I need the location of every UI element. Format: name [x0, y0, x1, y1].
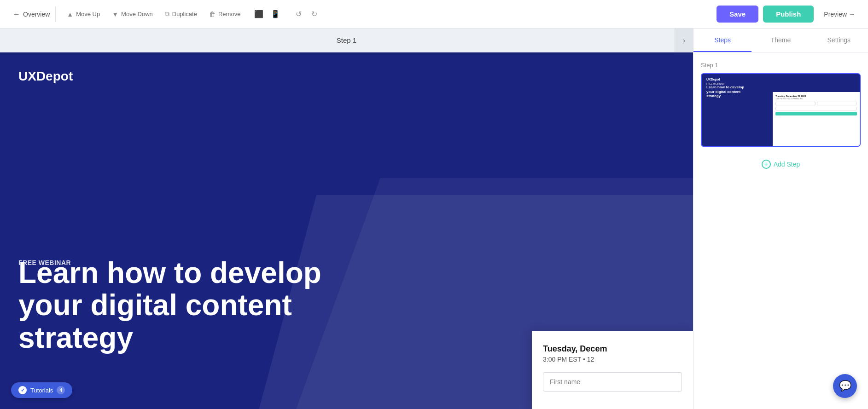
move-down-button[interactable]: ▼ Move Down: [106, 8, 158, 21]
tab-theme[interactable]: Theme: [751, 29, 810, 52]
tutorials-badge[interactable]: ✓ Tutorials 4: [11, 382, 72, 398]
thumb-title-text: Learn how to develop your digital conten…: [706, 85, 752, 98]
toolbar: ← Overview ▲ Move Up ▼ Move Down ⧉ Dupli…: [0, 0, 868, 29]
toolbar-right: Save Publish Preview →: [717, 6, 861, 23]
chat-icon: 💬: [839, 380, 851, 392]
redo-button[interactable]: ↻: [308, 8, 320, 21]
event-date: Tuesday, Decem: [543, 344, 682, 354]
sidebar-step-label: Step 1: [701, 62, 861, 69]
move-down-label: Move Down: [121, 11, 153, 17]
overview-label: Overview: [23, 11, 50, 18]
add-step-button[interactable]: + Add Step: [701, 152, 861, 176]
undo-button[interactable]: ↺: [292, 8, 305, 21]
duplicate-label: Duplicate: [172, 11, 197, 17]
right-sidebar: Steps Theme Settings Step 1 UXDepot FREE…: [693, 29, 868, 409]
tutorials-count-badge: 4: [57, 386, 65, 394]
event-time: 3:00 PM EST • 12: [543, 356, 682, 363]
duplicate-button[interactable]: ⧉ Duplicate: [159, 7, 203, 21]
move-up-icon: ▲: [67, 11, 73, 18]
first-name-input[interactable]: [543, 372, 682, 392]
step-bar-title: Step 1: [337, 36, 356, 44]
move-up-button[interactable]: ▲ Move Up: [61, 8, 105, 21]
thumb-input-firstname: [775, 102, 816, 105]
tab-settings[interactable]: Settings: [810, 29, 868, 52]
thumb-brand-label: UXDepot: [706, 78, 720, 81]
headline-line1: Learn how to develop: [18, 256, 321, 289]
back-arrow-icon: ←: [13, 10, 20, 18]
move-down-icon: ▼: [112, 11, 118, 18]
tab-steps[interactable]: Steps: [693, 29, 751, 52]
trash-icon: 🗑: [209, 11, 216, 18]
step-1-thumbnail[interactable]: UXDepot FREE WEBINAR Learn how to develo…: [701, 73, 861, 147]
toolbar-actions: ▲ Move Up ▼ Move Down ⧉ Duplicate 🗑 Remo…: [61, 7, 715, 21]
thumb-input-lastname: [817, 102, 857, 105]
remove-button[interactable]: 🗑 Remove: [204, 8, 246, 21]
preview-link[interactable]: Preview →: [818, 7, 861, 22]
history-controls: ↺ ↻: [292, 8, 320, 21]
overview-back-link[interactable]: ← Overview: [7, 6, 56, 22]
step-bar: Step 1 ›: [0, 29, 693, 52]
thumb-input-row-2: [775, 107, 857, 110]
thumbnail-inner: UXDepot FREE WEBINAR Learn how to develo…: [702, 74, 860, 146]
add-step-label: Add Step: [774, 161, 800, 168]
thumb-input-row-1: [775, 102, 857, 105]
webinar-headline: Learn how to develop your digital conten…: [18, 257, 321, 354]
desktop-icon[interactable]: ⬛: [252, 8, 265, 21]
publish-button[interactable]: Publish: [763, 6, 814, 23]
thumb-register-button: [775, 112, 857, 115]
duplicate-icon: ⧉: [165, 10, 169, 18]
chevron-right-icon: ›: [683, 37, 685, 44]
headline-line3: strategy: [18, 321, 133, 354]
add-step-plus-icon: +: [762, 160, 771, 169]
chat-fab-button[interactable]: 💬: [833, 374, 857, 398]
thumb-form: Tuesday, December 29 2020 3:00 PM EST • …: [773, 92, 860, 146]
sidebar-content: Step 1 UXDepot FREE WEBINAR Learn how to…: [693, 52, 868, 409]
headline-line2: your digital content: [18, 288, 292, 322]
thumb-input-email: [775, 107, 857, 110]
device-toggles: ⬛ 📱: [252, 8, 282, 21]
thumb-time: 3:00 PM EST • 12:00PM/PACIFIC: [775, 98, 857, 100]
canvas-area: Step 1 › UXDepot FREE WEBINAR Learn how …: [0, 29, 693, 409]
tutorials-label: Tutorials: [30, 387, 53, 394]
canvas-brand: UXDepot: [18, 69, 73, 84]
registration-form: Tuesday, Decem 3:00 PM EST • 12: [532, 331, 693, 409]
toolbar-left: ← Overview: [7, 6, 59, 22]
webinar-canvas: UXDepot FREE WEBINAR Learn how to develo…: [0, 52, 693, 409]
main-layout: Step 1 › UXDepot FREE WEBINAR Learn how …: [0, 29, 868, 409]
move-up-label: Move Up: [76, 11, 100, 17]
sidebar-tabs: Steps Theme Settings: [693, 29, 868, 52]
remove-label: Remove: [218, 11, 240, 17]
tutorials-check-icon: ✓: [18, 386, 27, 394]
save-button[interactable]: Save: [717, 6, 758, 23]
mobile-icon[interactable]: 📱: [269, 8, 282, 21]
sidebar-toggle-button[interactable]: ›: [675, 29, 693, 52]
